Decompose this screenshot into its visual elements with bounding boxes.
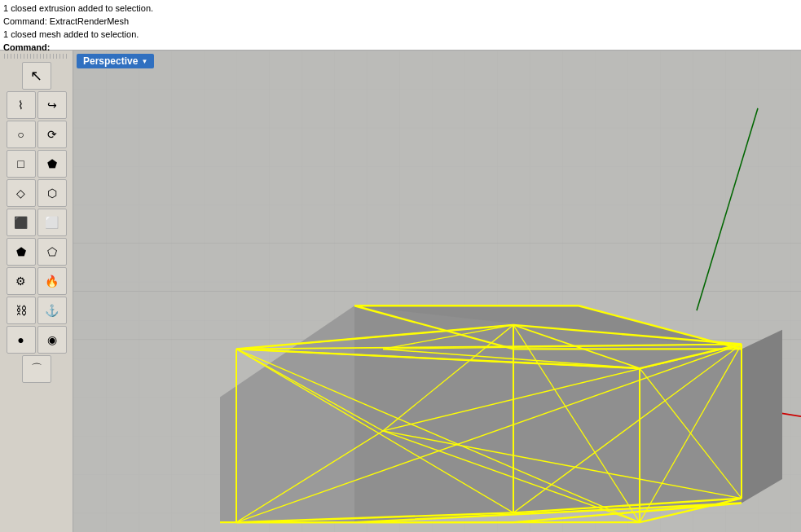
tool-rotate-side[interactable]: ⟳ — [37, 121, 67, 148]
tool-curve2[interactable]: ↪ — [37, 91, 67, 119]
sidebar-row-5: ◇ ⬡ — [7, 179, 67, 207]
sidebar-row-4: □ ⬟ — [7, 150, 67, 178]
svg-marker-10 — [742, 330, 782, 503]
tool-solid2[interactable]: ⬜ — [37, 209, 67, 236]
viewport-name: Perspective — [83, 55, 138, 67]
sidebar-row-9: ⛓ ⚓ — [7, 297, 67, 324]
sidebar-row-3: ○ ⟳ — [7, 121, 67, 148]
sidebar-row-7: ⬟ ⬠ — [7, 238, 67, 266]
sidebar-row-1: ↖ — [22, 62, 51, 90]
tool-link[interactable]: ⛓ — [7, 297, 36, 324]
tool-surface1[interactable]: ◇ — [7, 179, 36, 207]
sidebar-drag — [4, 54, 69, 59]
tool-surface2[interactable]: ⬡ — [37, 179, 67, 207]
sidebar-row-8: ⚙ 🔥 — [7, 267, 67, 295]
tool-solid1[interactable]: ⬛ — [7, 209, 36, 236]
sidebar-row-10: ● ◉ — [7, 326, 67, 354]
cmd-line-1: 1 closed extrusion added to selection. — [3, 2, 798, 15]
tool-mesh1[interactable]: ⬟ — [7, 238, 36, 266]
viewport-perspective[interactable]: Perspective ▼ — [73, 51, 801, 532]
cmd-line-2: Command: ExtractRenderMesh — [3, 15, 798, 28]
sidebar-row-11: ⌒ — [22, 355, 51, 383]
cmd-line-3: 1 closed mesh added to selection. — [3, 28, 798, 41]
tool-poly[interactable]: ⬟ — [37, 150, 67, 178]
tool-arc-side[interactable]: ⌒ — [22, 355, 51, 383]
sidebar-row-2: ⌇ ↪ — [7, 91, 67, 119]
left-sidebar: ↖ ⌇ ↪ ○ ⟳ □ ⬟ ◇ ⬡ ⬛ ⬜ ⬟ ⬠ ⚙ 🔥 ⛓ ⚓ ● ◉ ⌒ — [0, 51, 73, 532]
viewport-dropdown-arrow[interactable]: ▼ — [141, 58, 147, 65]
tool-settings-side[interactable]: ⚙ — [7, 267, 36, 295]
tool-nodes[interactable]: ◉ — [37, 326, 67, 354]
sidebar-row-6: ⬛ ⬜ — [7, 209, 67, 236]
command-area: 1 closed extrusion added to selection. C… — [0, 0, 801, 51]
tool-anchor[interactable]: ⚓ — [37, 297, 67, 324]
tool-circle-side[interactable]: ○ — [7, 121, 36, 148]
viewport-label[interactable]: Perspective ▼ — [77, 54, 154, 68]
tool-dot-side[interactable]: ● — [7, 326, 36, 354]
tool-rect[interactable]: □ — [7, 150, 36, 178]
tool-select-arrow[interactable]: ↖ — [22, 62, 51, 90]
tool-curve1[interactable]: ⌇ — [7, 91, 36, 119]
tool-flame[interactable]: 🔥 — [37, 267, 67, 295]
tool-mesh2[interactable]: ⬠ — [37, 238, 67, 266]
mesh-svg — [73, 51, 801, 532]
